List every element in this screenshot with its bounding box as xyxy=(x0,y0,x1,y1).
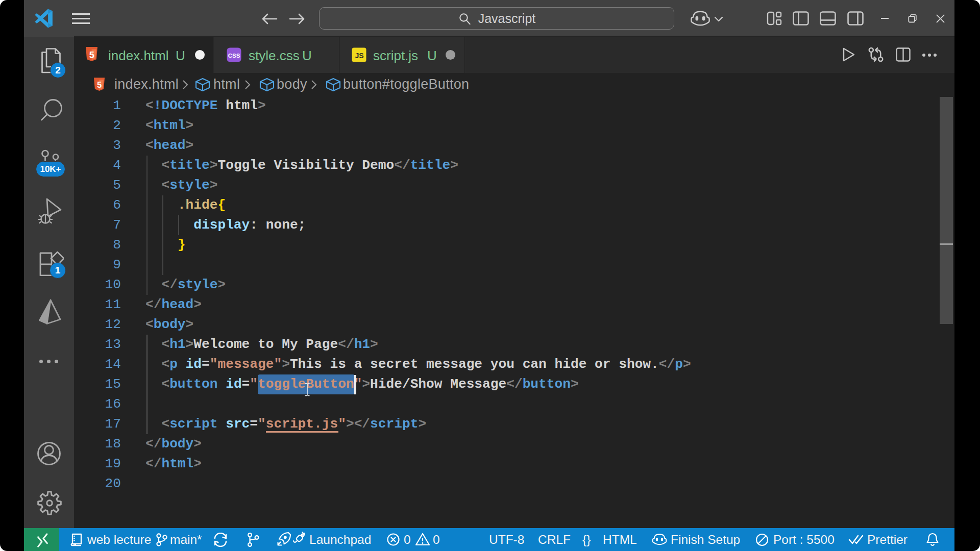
svg-text:CSS: CSS xyxy=(228,53,240,59)
svg-text:5: 5 xyxy=(89,50,94,60)
svg-text:JS: JS xyxy=(355,52,363,60)
svg-text:5: 5 xyxy=(97,80,102,90)
